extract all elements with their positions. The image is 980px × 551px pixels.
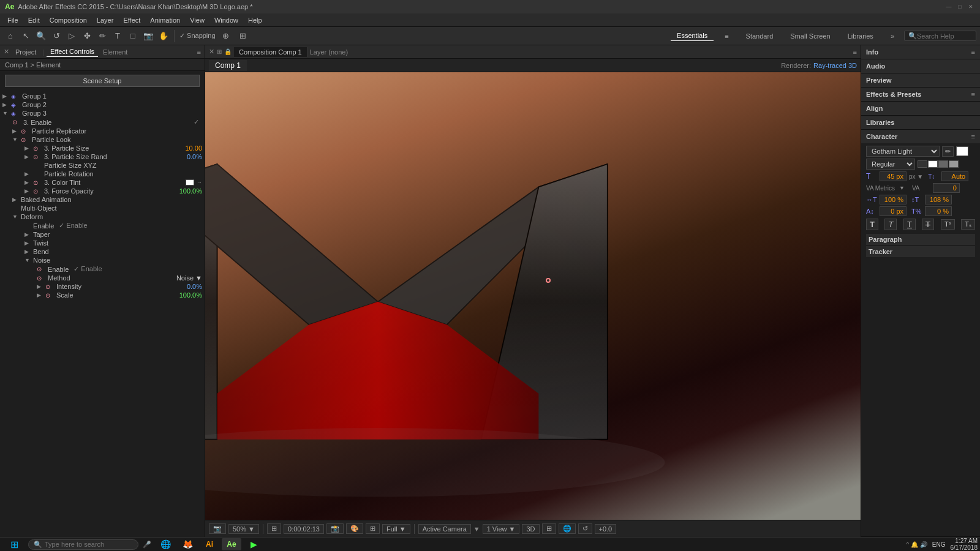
tree-3-enable[interactable]: ⊙ 3. Enable ✓ <box>0 118 205 127</box>
subscript-button[interactable]: Tₛ <box>961 219 975 230</box>
color-picker-btn[interactable]: 🎨 <box>346 523 363 534</box>
paragraph-section-header[interactable]: Paragraph <box>866 234 975 245</box>
comp-panel-icon[interactable]: ⊞ <box>217 48 222 55</box>
color-tint-swatch[interactable] <box>186 179 194 186</box>
tree-particle-rotation[interactable]: ▶ Particle Rotation <box>0 170 205 178</box>
viewport-render-btn[interactable]: 📷 <box>209 523 226 534</box>
info-header[interactable]: Info ≡ <box>861 45 980 59</box>
taskbar-chrome-1[interactable]: 🌐 <box>156 538 175 550</box>
style-select[interactable]: Regular <box>866 159 915 170</box>
home-tool[interactable]: ⌂ <box>4 30 17 42</box>
tree-noise-enable[interactable]: ⊙ Enable ✓ Enable <box>0 264 205 274</box>
taskbar-illustrator[interactable]: Ai <box>200 538 219 550</box>
time-display[interactable]: 0:00:02:13 <box>284 524 324 534</box>
audio-header[interactable]: Audio <box>861 59 980 73</box>
tracker-section-header[interactable]: Tracker <box>866 246 975 257</box>
tab-composition[interactable]: Composition Comp 1 <box>234 47 307 57</box>
start-button[interactable]: ⊞ <box>2 538 26 550</box>
align-header[interactable]: Align <box>861 102 980 115</box>
maximize-button[interactable]: □ <box>956 2 964 11</box>
italic-button[interactable]: T <box>884 219 897 230</box>
strikethrough-button[interactable]: T̶ <box>922 219 934 230</box>
tree-taper[interactable]: ▶ Taper <box>0 230 205 239</box>
color-cell-3[interactable] <box>938 160 948 168</box>
tree-deform[interactable]: ▼ Deform <box>0 212 205 221</box>
kern-input[interactable] <box>933 183 960 193</box>
tsn-input[interactable] <box>925 206 952 216</box>
color-cell-1[interactable] <box>918 160 927 168</box>
tree-group3[interactable]: ▼ ◈ Group 3 <box>0 109 205 118</box>
tree-scale[interactable]: ▶ ⊙ Scale 100.0% <box>0 291 205 299</box>
scene-setup-button[interactable]: Scene Setup <box>5 75 200 87</box>
tree-particle-look[interactable]: ▼ ⊙ Particle Look <box>0 135 205 144</box>
workspace-standard[interactable]: Standard <box>740 31 780 41</box>
underline-button[interactable]: T <box>903 219 916 230</box>
font-edit-btn[interactable]: ✏ <box>942 146 954 157</box>
globe-btn[interactable]: 🌐 <box>559 523 576 534</box>
tree-particle-size[interactable]: ▶ ⊙ 3. Particle Size 10.00 <box>0 144 205 152</box>
tree-twist[interactable]: ▶ Twist <box>0 239 205 247</box>
comp-panel-lock[interactable]: 🔒 <box>224 48 232 55</box>
tree-deform-enable[interactable]: Enable ✓ Enable <box>0 221 205 230</box>
panel-menu-icon[interactable]: ≡ <box>197 48 201 56</box>
taskbar-app-green[interactable]: ▶ <box>244 538 263 550</box>
menu-file[interactable]: File <box>2 15 23 25</box>
font-size-input[interactable] <box>880 171 907 181</box>
rotate-tool[interactable]: ↺ <box>50 30 63 42</box>
workspace-libraries[interactable]: Libraries <box>842 31 880 41</box>
camera-tool[interactable]: 📷 <box>141 30 155 42</box>
info-menu-icon[interactable]: ≡ <box>971 48 975 56</box>
effects-presets-header[interactable]: Effects & Presets ≡ <box>861 88 980 101</box>
snapshot-btn[interactable]: 📸 <box>326 523 344 534</box>
tree-color-tint[interactable]: ▶ ⊙ 3. Color Tint → <box>0 178 205 187</box>
tree-multi-object[interactable]: Multi-Object <box>0 204 205 212</box>
views-btn[interactable]: 1 View ▼ <box>483 524 520 534</box>
workspace-more[interactable]: » <box>884 31 900 41</box>
tree-group1[interactable]: ▶ ◈ Group 1 <box>0 92 205 100</box>
leading-input[interactable] <box>941 171 968 181</box>
color-cell-2[interactable] <box>928 160 938 168</box>
tree-bend[interactable]: ▶ Bend <box>0 247 205 256</box>
superscript-button[interactable]: Tˢ <box>941 219 955 230</box>
font-color-swatch[interactable] <box>956 146 968 156</box>
taskbar-aftereffects[interactable]: Ae <box>222 538 241 550</box>
active-camera-btn[interactable]: Active Camera <box>418 524 471 534</box>
baseline-input[interactable] <box>880 206 907 216</box>
workspace-small-screen[interactable]: Small Screen <box>784 31 836 41</box>
tree-force-opacity[interactable]: ▶ ⊙ 3. Force Opacity 100.0% <box>0 187 205 195</box>
scale-v-input[interactable] <box>925 195 952 204</box>
panel-close-icon[interactable]: ✕ <box>4 48 9 56</box>
cortana-btn[interactable]: 🎤 <box>141 541 153 549</box>
select-tool[interactable]: ↖ <box>19 30 32 42</box>
tree-intensity[interactable]: ▶ ⊙ Intensity 0.0% <box>0 282 205 291</box>
grid2-btn[interactable]: ⊞ <box>542 523 556 534</box>
workspace-essentials[interactable]: Essentials <box>671 31 714 41</box>
comp-panel-close[interactable]: ✕ <box>209 48 214 56</box>
offset-btn[interactable]: +0.0 <box>595 524 617 534</box>
zoom-select[interactable]: 50% ▼ <box>228 524 259 534</box>
menu-edit[interactable]: Edit <box>23 15 45 25</box>
search-input[interactable] <box>917 32 972 40</box>
tree-group2[interactable]: ▶ ◈ Group 2 <box>0 100 205 109</box>
tree-particle-size-xyz[interactable]: Particle Size XYZ <box>0 161 205 170</box>
snap-grid-icon[interactable]: ⊞ <box>236 30 250 42</box>
play-tool[interactable]: ▷ <box>65 30 78 42</box>
menu-animation[interactable]: Animation <box>145 15 185 25</box>
comp-name-button[interactable]: Comp 1 <box>209 60 247 71</box>
move-tool[interactable]: ✤ <box>80 30 94 42</box>
character-menu-icon[interactable]: ≡ <box>971 133 975 140</box>
quality-select[interactable]: Full ▼ <box>382 524 410 534</box>
workspace-menu-icon[interactable]: ≡ <box>718 31 734 41</box>
minimize-button[interactable]: — <box>944 2 953 11</box>
tree-noise[interactable]: ▼ Noise <box>0 256 205 264</box>
resize-btn[interactable]: ⊞ <box>267 523 281 534</box>
color-tint-arrow[interactable]: → <box>197 179 202 186</box>
close-button[interactable]: ✕ <box>967 2 975 11</box>
color-cell-4[interactable] <box>949 160 959 168</box>
shape-tool[interactable]: □ <box>126 30 140 42</box>
tab-effect-controls[interactable]: Effect Controls <box>47 47 98 57</box>
effects-presets-menu-icon[interactable]: ≡ <box>971 91 975 98</box>
pan-tool[interactable]: ✋ <box>157 30 170 42</box>
tracking-dropdown[interactable]: ▼ <box>899 185 905 191</box>
preview-header[interactable]: Preview <box>861 73 980 87</box>
